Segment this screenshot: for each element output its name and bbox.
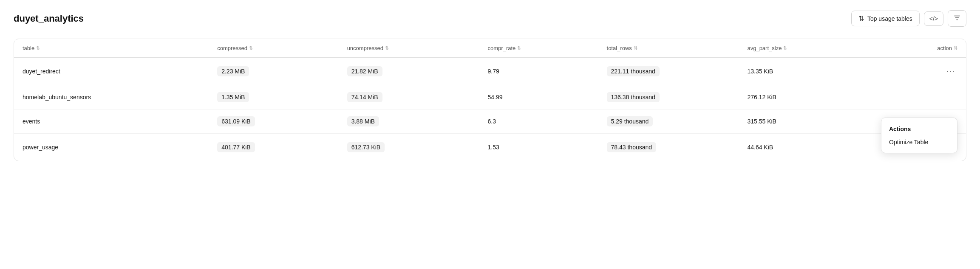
app-container: duyet_analytics ⇅ Top usage tables </> — [0, 0, 980, 269]
cell-compr_rate: 54.99 — [479, 85, 598, 109]
header: duyet_analytics ⇅ Top usage tables </> — [14, 10, 966, 27]
sort-list-icon: ⇅ — [858, 14, 864, 22]
sort-icon-compressed: ⇅ — [249, 46, 253, 50]
cell-uncompressed: 21.82 MiB — [339, 58, 479, 85]
cell-total_rows: 221.11 thousand — [598, 58, 739, 85]
sort-icon-uncompressed: ⇅ — [385, 46, 389, 50]
cell-compressed: 1.35 MiB — [209, 85, 338, 109]
cell-avg_part_size: 315.55 KiB — [739, 109, 879, 134]
sort-icon-table: ⇅ — [36, 46, 40, 50]
table-row: duyet_redirect2.23 MiB21.82 MiB9.79221.1… — [14, 58, 966, 85]
cell-compr_rate: 6.3 — [479, 109, 598, 134]
sort-icon-avg-part-size: ⇅ — [783, 46, 787, 50]
cell-table: duyet_redirect — [14, 58, 209, 85]
sort-icon-action: ⇅ — [954, 46, 957, 50]
top-usage-label: Top usage tables — [867, 15, 912, 22]
col-header-table: table ⇅ — [14, 39, 209, 58]
action-cell: ··· — [879, 58, 966, 85]
cell-avg_part_size: 13.35 KiB — [739, 58, 879, 85]
dropdown-title: Actions — [881, 121, 957, 135]
table-row: homelab_ubuntu_sensors1.35 MiB74.14 MiB5… — [14, 85, 966, 109]
table-row: power_usage401.77 KiB612.73 KiB1.5378.43… — [14, 134, 966, 161]
cell-table: events — [14, 109, 209, 134]
top-usage-button[interactable]: ⇅ Top usage tables — [851, 11, 920, 26]
cell-compressed: 2.23 MiB — [209, 58, 338, 85]
cell-compr_rate: 1.53 — [479, 134, 598, 161]
actions-dropdown: Actions Optimize Table — [881, 118, 957, 153]
cell-compressed: 401.77 KiB — [209, 134, 338, 161]
app-title: duyet_analytics — [14, 13, 84, 24]
cell-avg_part_size: 276.12 KiB — [739, 85, 879, 109]
cell-compressed: 631.09 KiB — [209, 109, 338, 134]
header-actions: ⇅ Top usage tables </> — [851, 10, 966, 27]
filter-button[interactable] — [948, 10, 966, 27]
col-header-total-rows: total_rows ⇅ — [598, 39, 739, 58]
cell-compr_rate: 9.79 — [479, 58, 598, 85]
cell-uncompressed: 74.14 MiB — [339, 85, 479, 109]
col-header-uncompressed: uncompressed ⇅ — [339, 39, 479, 58]
table-header-row: table ⇅ compressed ⇅ uncompressed — [14, 39, 966, 58]
filter-icon — [953, 14, 961, 23]
code-button[interactable]: </> — [924, 11, 943, 26]
cell-uncompressed: 3.88 MiB — [339, 109, 479, 134]
optimize-table-item[interactable]: Optimize Table — [881, 135, 957, 149]
col-header-avg-part-size: avg_part_size ⇅ — [739, 39, 879, 58]
cell-table: homelab_ubuntu_sensors — [14, 85, 209, 109]
cell-total_rows: 78.43 thousand — [598, 134, 739, 161]
main-table: table ⇅ compressed ⇅ uncompressed — [14, 39, 966, 161]
code-icon: </> — [929, 15, 938, 22]
col-header-compressed: compressed ⇅ — [209, 39, 338, 58]
cell-total_rows: 5.29 thousand — [598, 109, 739, 134]
col-header-compr-rate: compr_rate ⇅ — [479, 39, 598, 58]
cell-uncompressed: 612.73 KiB — [339, 134, 479, 161]
cell-total_rows: 136.38 thousand — [598, 85, 739, 109]
cell-avg_part_size: 44.64 KiB — [739, 134, 879, 161]
action-cell — [879, 85, 966, 109]
action-dots-button[interactable]: ··· — [944, 64, 957, 78]
cell-table: power_usage — [14, 134, 209, 161]
sort-icon-total-rows: ⇅ — [634, 46, 637, 50]
table-row: events631.09 KiB3.88 MiB6.35.29 thousand… — [14, 109, 966, 134]
sort-icon-compr-rate: ⇅ — [517, 46, 521, 50]
col-header-action: action ⇅ — [879, 39, 966, 58]
table-wrapper: table ⇅ compressed ⇅ uncompressed — [14, 39, 966, 161]
